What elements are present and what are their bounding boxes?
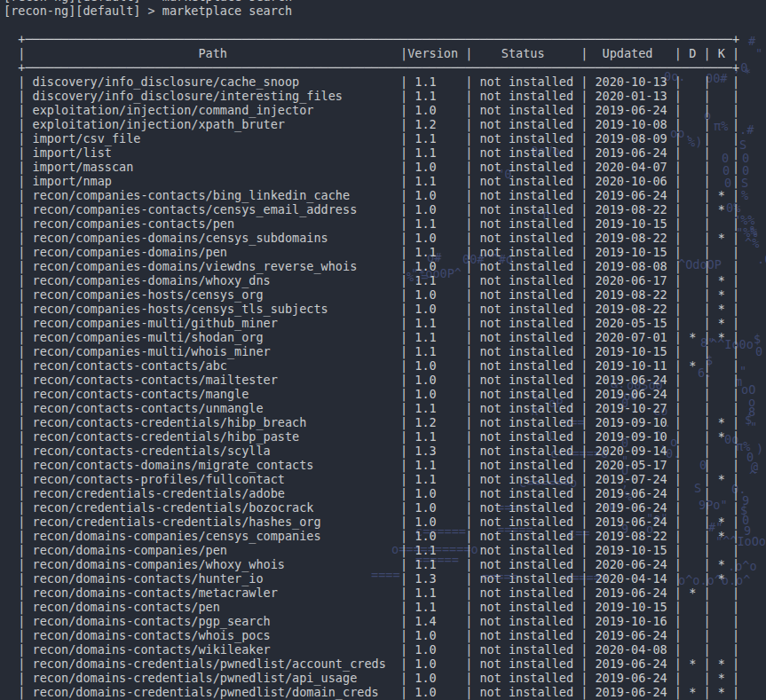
table-row: | exploitation/injection/xpath_bruter | … bbox=[4, 117, 739, 131]
watermark-glyph: * bbox=[744, 66, 751, 80]
table-row: | recon/domains-companies/pen | 1.1 | no… bbox=[4, 543, 739, 557]
table-header: | Path |Version | Status | Updated | D |… bbox=[4, 46, 739, 60]
table-row: | recon/contacts-contacts/unmangle | 1.1… bbox=[4, 401, 739, 415]
watermark-glyph: .# bbox=[739, 122, 754, 137]
table-row: | import/masscan | 1.0 | not installed |… bbox=[4, 160, 739, 174]
table-row: | import/nmap | 1.1 | not installed | 20… bbox=[4, 174, 739, 188]
terminal-output: [recon-ng][default] > marketplace search… bbox=[4, 0, 739, 699]
table-row: | recon/contacts-domains/migrate_contact… bbox=[4, 458, 739, 472]
blank-line bbox=[4, 18, 739, 32]
watermark-glyph: ) bbox=[756, 442, 763, 456]
table-row: | recon/companies-domains/viewdns_revers… bbox=[4, 259, 739, 273]
table-row: | recon/companies-hosts/censys_org | 1.0… bbox=[4, 287, 739, 302]
table-row: | recon/contacts-credentials/hibp_breach… bbox=[4, 415, 739, 429]
table-border-top: +───────────────────────────────────────… bbox=[4, 32, 739, 46]
table-row: | recon/companies-contacts/pen | 1.1 | n… bbox=[4, 216, 739, 231]
watermark-glyph: ^% bbox=[745, 236, 759, 250]
table-row: | recon/domains-contacts/pen | 1.1 | not… bbox=[4, 600, 739, 614]
command-prompt: [recon-ng][default] > marketplace search bbox=[4, 4, 739, 18]
table-row: | import/csv_file | 1.1 | not installed … bbox=[4, 131, 739, 146]
table-row: | recon/credentials-credentials/hashes_o… bbox=[4, 515, 739, 529]
table-row: | recon/contacts-contacts/abc | 1.0 | no… bbox=[4, 358, 739, 373]
watermark-glyph: % bbox=[741, 188, 748, 202]
table-row: | recon/contacts-profiles/fullcontact | … bbox=[4, 472, 739, 486]
table-row: | recon/companies-domains/pen | 1.1 | no… bbox=[4, 245, 739, 259]
table-row: | recon/companies-contacts/censys_email_… bbox=[4, 202, 739, 216]
table-row: | recon/domains-contacts/pgp_search | 1.… bbox=[4, 614, 739, 628]
watermark-glyph: S bbox=[739, 138, 746, 152]
table-row: | recon/domains-contacts/hunter_io | 1.3… bbox=[4, 571, 739, 586]
watermark-glyph: .0 bbox=[757, 252, 766, 266]
watermark-glyph: 9 bbox=[744, 523, 751, 538]
table-row: | recon/companies-contacts/bing_linkedin… bbox=[4, 188, 739, 202]
table-row: | recon/contacts-credentials/scylla | 1.… bbox=[4, 444, 739, 458]
table-row: | recon/companies-multi/whois_miner | 1.… bbox=[4, 344, 739, 358]
table-row: | recon/domains-contacts/whois_pocs | 1.… bbox=[4, 628, 739, 642]
table-row: | recon/companies-domains/whoxy_dns | 1.… bbox=[4, 273, 739, 287]
table-header-border: +───────────────────────────────────────… bbox=[4, 60, 739, 75]
watermark-glyph: " bbox=[750, 420, 757, 434]
table-row: | discovery/info_disclosure/interesting_… bbox=[4, 89, 739, 103]
table-row: | import/list | 1.1 | not installed | 20… bbox=[4, 146, 739, 160]
table-row: | recon/domains-credentials/pwnedlist/ap… bbox=[4, 671, 739, 685]
table-row: | recon/domains-contacts/wikileaker | 1.… bbox=[4, 642, 739, 657]
table-row: | recon/credentials-credentials/adobe | … bbox=[4, 486, 739, 500]
table-row: | recon/contacts-contacts/mangle | 1.0 |… bbox=[4, 387, 739, 401]
table-row: | recon/domains-credentials/pwnedlist/do… bbox=[4, 685, 739, 699]
table-row: | recon/domains-contacts/metacrawler | 1… bbox=[4, 586, 739, 600]
terminal-screen[interactable]: 0o.00#,0#"*0oVo"0^"π"o#%.=oπ%.#oo.%)S000… bbox=[0, 0, 766, 700]
watermark-glyph: # bbox=[748, 34, 755, 48]
table-row: | recon/companies-hosts/censys_tls_subje… bbox=[4, 302, 739, 316]
table-row: | recon/companies-multi/github_miner | 1… bbox=[4, 316, 739, 330]
table-row: | recon/domains-companies/censys_compani… bbox=[4, 529, 739, 543]
watermark-glyph: ^ bbox=[749, 468, 756, 483]
table-row: | recon/domains-credentials/pwnedlist/ac… bbox=[4, 657, 739, 671]
table-row: | recon/contacts-credentials/hibp_paste … bbox=[4, 429, 739, 444]
table-row: | recon/contacts-contacts/mailtester | 1… bbox=[4, 373, 739, 387]
table-row: | discovery/info_disclosure/cache_snoop … bbox=[4, 75, 739, 89]
watermark-glyph: 0 bbox=[755, 344, 762, 358]
table-row: | recon/companies-multi/shodan_org | 1.1… bbox=[4, 330, 739, 344]
watermark-glyph: " bbox=[755, 46, 762, 60]
table-row: | recon/credentials-credentials/bozocrac… bbox=[4, 500, 739, 515]
table-row: | recon/domains-companies/whoxy_whois | … bbox=[4, 557, 739, 571]
table-row: | exploitation/injection/command_injecto… bbox=[4, 103, 739, 117]
table-row: | recon/companies-domains/censys_subdoma… bbox=[4, 231, 739, 245]
marketplace-table: +───────────────────────────────────────… bbox=[4, 32, 739, 699]
